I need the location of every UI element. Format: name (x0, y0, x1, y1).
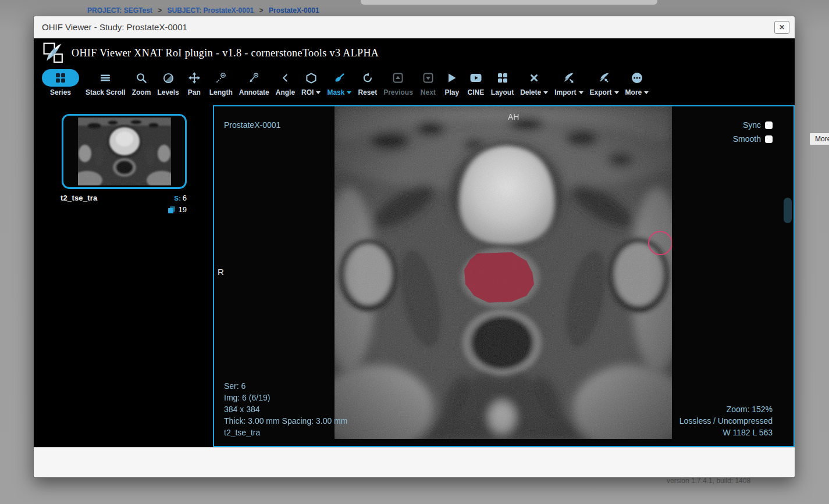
viewport-info-bottom-right: Zoom: 152% Lossless / Uncompressed W 118… (679, 403, 773, 438)
tool-pan-label: Pan (188, 88, 201, 96)
x-icon (530, 69, 538, 87)
tool-stack-scroll-label: Stack Scroll (86, 88, 126, 96)
viewer-content: t2_tse_tra S:6 19 (34, 105, 795, 447)
contrast-icon (163, 69, 174, 87)
smooth-checkbox[interactable] (765, 135, 773, 143)
move-icon (188, 69, 200, 87)
tool-reset-label: Reset (358, 88, 377, 96)
toolbar: Series Stack Scroll Zoom Levels Pan (34, 67, 795, 105)
series-thumbnail[interactable] (62, 114, 187, 189)
tool-previous-label: Previous (383, 88, 413, 96)
tool-mask-label: Mask (327, 88, 344, 96)
instance-count: 19 (179, 205, 187, 214)
series-number: S:6 (174, 194, 187, 202)
tool-delete-label: Delete (520, 88, 541, 96)
viewport-scrollbar-thumb[interactable] (784, 198, 792, 223)
sync-label: Sync (743, 119, 761, 131)
version-text: version 1.7.4.1, build: 1408 (667, 477, 750, 485)
ellipsis-icon (631, 69, 643, 87)
tool-previous[interactable]: Previous (383, 69, 413, 96)
breadcrumb-separator: > (158, 6, 162, 15)
caret-down-icon (347, 91, 351, 94)
tool-delete[interactable]: Delete (520, 69, 548, 96)
series-name-text: t2_tse_tra (224, 427, 347, 438)
more-tooltip: More (809, 133, 829, 145)
dimensions-text: 384 x 384 (224, 403, 347, 415)
tool-length-label: Length (209, 88, 233, 96)
brush-icon (334, 69, 345, 87)
tool-roi-label: ROI (301, 88, 314, 96)
ohif-viewer-window: OHIF Viewer - Study: ProstateX-0001 ✕ OH… (33, 16, 795, 478)
series-number-text: Ser: 6 (224, 380, 347, 392)
tool-export[interactable]: Export (590, 69, 619, 96)
window-titlebar: OHIF Viewer - Study: ProstateX-0001 ✕ (34, 16, 795, 38)
play-icon (447, 69, 457, 87)
bars-icon (100, 69, 111, 87)
caret-down-icon (543, 91, 548, 94)
tool-length[interactable]: Length (209, 69, 233, 96)
tool-annotate[interactable]: Annotate (239, 69, 269, 96)
magnifier-icon (136, 69, 147, 87)
tool-next[interactable]: Next (419, 69, 437, 96)
window-level-text: W 1182 L 563 (679, 427, 773, 438)
prev-frame-icon (393, 69, 403, 87)
thumbnail-mri-image (78, 117, 171, 185)
breadcrumb-separator: > (259, 6, 264, 15)
tool-import-label: Import (554, 88, 576, 96)
window-footer (34, 447, 795, 477)
mri-image (335, 106, 672, 439)
tool-zoom[interactable]: Zoom (132, 69, 151, 96)
sync-checkbox[interactable] (765, 121, 773, 129)
tool-layout[interactable]: Layout (491, 69, 514, 96)
breadcrumb-session-link[interactable]: ProstateX-0001 (269, 6, 319, 15)
tool-reset[interactable]: Reset (358, 69, 377, 96)
tool-import[interactable]: Import (554, 69, 583, 96)
tool-export-label: Export (590, 88, 612, 96)
caret-down-icon (644, 91, 649, 94)
series-sidebar: t2_tse_tra S:6 19 (34, 105, 213, 447)
tool-angle[interactable]: Angle (276, 69, 295, 96)
xnat-export-icon (598, 69, 610, 87)
chevron-icon (282, 69, 289, 87)
caret-down-icon (316, 91, 321, 94)
tool-mask[interactable]: Mask (327, 69, 351, 96)
layout-icon (497, 69, 508, 87)
viewport-info-bottom-left: Ser: 6 Img: 6 (6/19) 384 x 384 Thick: 3.… (224, 380, 347, 438)
tool-more-label: More (625, 88, 642, 96)
image-number-text: Img: 6 (6/19) (224, 392, 347, 403)
next-frame-icon (423, 69, 433, 87)
viewport-patient-id: ProstateX-0001 (224, 119, 280, 131)
tool-more[interactable]: More (625, 69, 649, 96)
breadcrumb-subject-link[interactable]: SUBJECT: ProstateX-0001 (168, 6, 254, 15)
breadcrumb-project-link[interactable]: PROJECT: SEGTest (87, 6, 152, 15)
tool-play-label: Play (445, 88, 460, 96)
stack-icon (168, 206, 176, 214)
xnat-import-icon (563, 69, 575, 87)
app-header: OHIF Viewer XNAT RoI plugin - v1.8 - cor… (34, 38, 795, 67)
breadcrumb: PROJECT: SEGTest > SUBJECT: ProstateX-00… (87, 6, 319, 15)
hexagon-icon (305, 69, 317, 87)
tool-stack-scroll[interactable]: Stack Scroll (86, 69, 126, 96)
tool-series[interactable]: Series (42, 69, 79, 96)
tool-series-label: Series (50, 88, 71, 96)
tool-play[interactable]: Play (443, 69, 461, 96)
tool-zoom-label: Zoom (132, 88, 151, 96)
tool-cine-label: CINE (468, 88, 485, 96)
orientation-marker-top: AH (508, 111, 519, 123)
window-title: OHIF Viewer - Study: ProstateX-0001 (42, 22, 187, 32)
tool-levels[interactable]: Levels (157, 69, 179, 96)
viewport-canvas[interactable]: ProstateX-0001 AH R Sync Smooth Ser: 6 I… (213, 105, 795, 447)
background-search-bar (361, 0, 657, 5)
tool-cine[interactable]: CINE (467, 69, 485, 96)
cine-icon (470, 69, 482, 87)
tool-pan[interactable]: Pan (186, 69, 203, 96)
series-meta: t2_tse_tra S:6 19 (61, 194, 187, 214)
compression-text: Lossless / Uncompressed (679, 415, 773, 427)
annotate-icon (248, 69, 259, 87)
tool-roi[interactable]: ROI (301, 69, 321, 96)
caret-down-icon (614, 91, 619, 94)
tool-levels-label: Levels (157, 88, 179, 96)
viewport-toggles: Sync Smooth (733, 119, 773, 145)
close-icon[interactable]: ✕ (774, 21, 789, 34)
orientation-marker-left: R (218, 266, 224, 278)
